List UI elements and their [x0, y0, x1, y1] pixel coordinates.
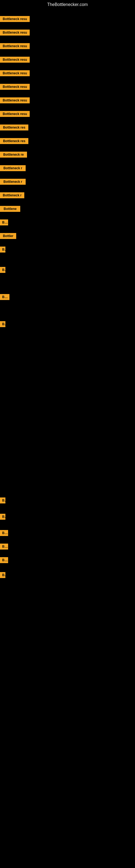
- bottleneck-button-1[interactable]: Bottleneck resu: [0, 16, 30, 22]
- bottleneck-button-9[interactable]: Bottleneck res: [0, 124, 28, 130]
- bottleneck-button-25[interactable]: Bo: [0, 544, 8, 550]
- bottleneck-button-20[interactable]: Bot: [0, 294, 9, 300]
- bottleneck-button-8[interactable]: Bottleneck resu: [0, 111, 30, 117]
- bottleneck-button-16[interactable]: Bo: [0, 219, 8, 225]
- bottleneck-button-15[interactable]: Bottlene: [0, 206, 20, 212]
- bottleneck-button-24[interactable]: Bo: [0, 530, 8, 536]
- site-title: TheBottlenecker.com: [0, 0, 135, 9]
- bottleneck-button-7[interactable]: Bottleneck resu: [0, 97, 30, 103]
- bottleneck-button-26[interactable]: Bo: [0, 557, 8, 563]
- bottleneck-button-5[interactable]: Bottleneck resu: [0, 70, 30, 76]
- bottleneck-button-21[interactable]: B: [0, 321, 5, 327]
- bottleneck-button-14[interactable]: Bottleneck r: [0, 192, 24, 198]
- bottleneck-button-3[interactable]: Bottleneck resu: [0, 43, 30, 49]
- bottleneck-button-22[interactable]: B: [0, 497, 5, 503]
- bottleneck-button-11[interactable]: Bottleneck re: [0, 152, 27, 158]
- bottleneck-button-6[interactable]: Bottleneck resu: [0, 84, 30, 90]
- bottleneck-button-18[interactable]: B: [0, 247, 5, 252]
- bottleneck-button-27[interactable]: B: [0, 572, 5, 578]
- bottleneck-button-13[interactable]: Bottleneck r: [0, 179, 26, 185]
- bottleneck-button-10[interactable]: Bottleneck res: [0, 138, 28, 144]
- bottleneck-button-4[interactable]: Bottleneck resu: [0, 57, 30, 63]
- bottleneck-button-2[interactable]: Bottleneck resu: [0, 30, 30, 35]
- bottleneck-button-23[interactable]: B: [0, 514, 5, 520]
- bottleneck-button-12[interactable]: Bottleneck r: [0, 165, 26, 171]
- bottleneck-button-17[interactable]: Bottler: [0, 233, 16, 239]
- bottleneck-button-19[interactable]: B: [0, 267, 5, 273]
